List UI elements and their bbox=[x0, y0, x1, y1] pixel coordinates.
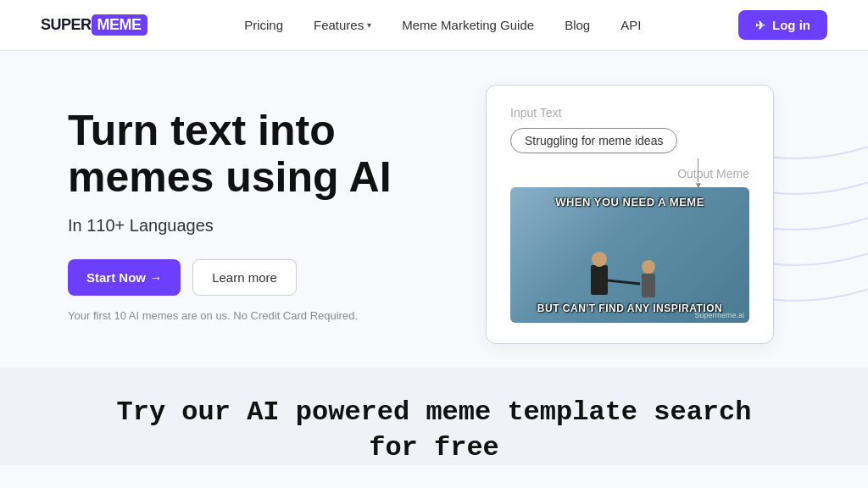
hero-section: Turn text into memes using AI In 110+ La… bbox=[0, 51, 868, 344]
hero-buttons: Start Now → Learn more bbox=[68, 259, 409, 296]
nav-guide[interactable]: Meme Marketing Guide bbox=[402, 18, 534, 32]
svg-rect-0 bbox=[591, 265, 608, 295]
logo-super: SUPER bbox=[41, 16, 92, 34]
navbar: SUPER MEME Pricing Features ▾ Meme Marke… bbox=[0, 0, 868, 51]
meme-top-text: WHEN YOU NEED A MEME bbox=[555, 196, 704, 208]
nav-api[interactable]: API bbox=[620, 18, 641, 32]
nav-pricing[interactable]: Pricing bbox=[244, 18, 283, 32]
logo-meme: MEME bbox=[92, 14, 147, 36]
svg-point-1 bbox=[592, 252, 607, 267]
hero-demo: Input Text Struggling for meme ideas Out… bbox=[459, 85, 800, 344]
start-now-button[interactable]: Start Now → bbox=[68, 259, 181, 296]
nav-features[interactable]: Features ▾ bbox=[314, 18, 371, 32]
output-meme-label: Output Meme bbox=[510, 167, 749, 180]
meme-figures-svg bbox=[582, 248, 684, 316]
svg-point-3 bbox=[642, 260, 655, 274]
nav-links: Pricing Features ▾ Meme Marketing Guide … bbox=[244, 18, 641, 33]
meme-watermark: Supermeme.ai bbox=[694, 311, 744, 319]
bottom-section: Try our AI powered meme template search … bbox=[0, 368, 868, 465]
logo[interactable]: SUPER MEME bbox=[41, 14, 147, 36]
learn-more-button[interactable]: Learn more bbox=[192, 259, 297, 296]
bottom-title: Try our AI powered meme template search … bbox=[68, 395, 800, 465]
nav-blog[interactable]: Blog bbox=[565, 18, 590, 32]
svg-rect-2 bbox=[642, 274, 655, 297]
hero-title: Turn text into memes using AI bbox=[68, 108, 409, 201]
hero-note: Your first 10 AI memes are on us. No Cre… bbox=[68, 309, 409, 322]
hero-subtitle: In 110+ Languages bbox=[68, 216, 409, 236]
send-icon: ✈ bbox=[755, 19, 765, 32]
input-bubble: Struggling for meme ideas bbox=[510, 128, 677, 153]
demo-card: Input Text Struggling for meme ideas Out… bbox=[486, 85, 774, 344]
login-button[interactable]: ✈ Log in bbox=[738, 10, 827, 40]
input-text-label: Input Text bbox=[510, 106, 749, 119]
meme-image: WHEN YOU NEED A MEME BUT CAN'T FIND ANY … bbox=[510, 187, 749, 323]
hero-text: Turn text into memes using AI In 110+ La… bbox=[68, 108, 409, 322]
svg-line-4 bbox=[608, 280, 640, 284]
chevron-down-icon: ▾ bbox=[367, 20, 371, 30]
